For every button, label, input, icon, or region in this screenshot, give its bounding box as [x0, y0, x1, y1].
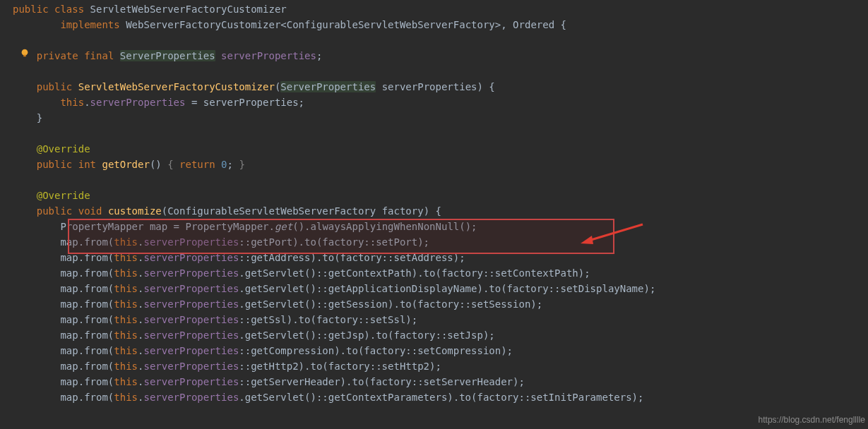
field-ref: serverProperties — [143, 298, 239, 310]
brace: { — [436, 205, 441, 217]
keyword-private: private — [37, 50, 78, 61]
ordered-type: Ordered — [513, 19, 554, 30]
type-serverproperties: ServerProperties — [120, 50, 215, 61]
keyword-this: this — [114, 392, 138, 403]
rparen: ) — [477, 81, 482, 92]
parens: () — [459, 221, 471, 232]
semi: ; — [299, 97, 304, 108]
svg-point-0 — [22, 49, 28, 56]
field-ref: serverProperties — [143, 392, 239, 403]
to-call: ).to(factory::setServerHeader); — [340, 376, 525, 387]
annotation-override: @Override — [37, 143, 90, 155]
keyword-public: public — [13, 4, 49, 15]
param-type: ConfigurableServletWebServerFactory — [167, 205, 376, 217]
to-call: ).to(factory::setInitParameters); — [447, 392, 643, 403]
type-propertymapper: PropertyMapper — [60, 221, 143, 232]
field-ref: serverProperties — [143, 376, 239, 387]
parens: () — [292, 221, 304, 232]
semi: ; — [471, 221, 477, 232]
method-customize: customize — [108, 205, 162, 217]
to-call: ).to(factory::setHttp2); — [299, 361, 441, 372]
keyword-class: class — [54, 4, 84, 15]
field-serverproperties: serverProperties — [221, 50, 316, 61]
code-editor[interactable]: public class ServletWebServerFactoryCust… — [0, 0, 868, 405]
method-call: .getServlet()::getContextPath — [239, 267, 411, 279]
method-getorder: getOrder — [102, 159, 149, 170]
interface-name: WebServerFactoryCustomizer — [126, 19, 280, 30]
annotation-override: @Override — [37, 190, 90, 201]
to-call: ).to(factory::setSsl); — [287, 314, 417, 325]
keyword-this: this — [114, 298, 138, 310]
method-ref: ::getCompression — [239, 345, 334, 356]
keyword-this: this — [114, 267, 138, 279]
param-name: serverProperties — [382, 81, 477, 92]
lt: < — [280, 19, 286, 30]
generic-type: ConfigurableServletWebServerFactory — [287, 19, 495, 30]
number-zero: 0 — [221, 159, 227, 170]
eq: = — [167, 221, 185, 232]
brace: } — [37, 112, 42, 123]
to-call: ).to(factory::setSession); — [388, 298, 542, 310]
semi: ; — [227, 159, 233, 170]
comma: , — [501, 19, 506, 30]
field-ref: serverProperties — [90, 97, 186, 108]
watermark: https://blog.csdn.net/fenglllle — [759, 412, 865, 428]
to-call: ).to(factory::setJsp); — [364, 330, 494, 341]
field-ref: serverProperties — [143, 283, 239, 294]
to-call: ).to(factory::setDisplayName); — [477, 283, 655, 294]
dot: . — [304, 221, 310, 232]
param-name: factory — [382, 205, 424, 217]
method-always: alwaysApplyingWhenNonNull — [311, 221, 460, 232]
keyword-this: this — [114, 283, 138, 294]
keyword-return: return — [179, 159, 215, 170]
method-ref: ::getServerHeader — [239, 376, 340, 387]
method-ref: ::getAddress — [239, 252, 310, 263]
keyword-this: this — [114, 376, 138, 387]
to-call: ).to(factory::setContextPath); — [412, 267, 590, 279]
return-type-int: int — [78, 159, 96, 170]
keyword-this: this — [60, 97, 84, 108]
intention-bulb-icon[interactable] — [20, 48, 30, 58]
method-ref: ::getSsl — [239, 314, 286, 325]
field-ref: serverProperties — [143, 330, 239, 341]
rparen: ) — [424, 205, 429, 217]
keyword-this: this — [114, 330, 138, 341]
method-ref: ::getHttp2 — [239, 361, 298, 372]
lparen: ( — [162, 205, 167, 217]
method-call: .getServlet()::getJsp — [239, 330, 364, 341]
brace: { — [489, 81, 494, 92]
method-get: get — [275, 221, 292, 232]
keyword-this: this — [114, 361, 138, 372]
field-ref: serverProperties — [143, 314, 239, 325]
keyword-public: public — [37, 159, 73, 170]
field-ref: serverProperties — [143, 345, 239, 356]
eq: = — [185, 97, 203, 108]
keyword-public: public — [37, 205, 73, 217]
svg-rect-1 — [23, 55, 26, 57]
method-call: .getServlet()::getContextParameters — [239, 392, 447, 403]
arg: serverProperties — [203, 97, 299, 108]
constructor-name: ServletWebServerFactoryCustomizer — [78, 81, 275, 92]
keyword-implements: implements — [60, 19, 119, 30]
semi: ; — [316, 50, 322, 61]
brace: { — [167, 159, 173, 170]
cls: PropertyMapper — [185, 221, 268, 232]
var-map: map — [150, 221, 167, 232]
field-ref: serverProperties — [143, 361, 239, 372]
keyword-this: this — [114, 345, 138, 356]
parens: () — [150, 159, 162, 170]
dot: . — [269, 221, 275, 232]
keyword-this: this — [114, 236, 138, 248]
method-ref: ::getPort — [239, 236, 292, 248]
gt: > — [495, 19, 501, 30]
keyword-public: public — [37, 81, 73, 92]
method-call: .getServlet()::getApplicationDisplayName — [239, 283, 477, 294]
brace: { — [561, 19, 566, 30]
to-call: ).to(factory::setAddress); — [310, 252, 465, 263]
to-call: ).to(factory::setCompression); — [334, 345, 513, 356]
keyword-this: this — [114, 252, 138, 263]
param-type: ServerProperties — [280, 81, 376, 92]
to-call: ).to(factory::setPort); — [292, 236, 429, 248]
brace: } — [239, 159, 244, 170]
return-type-void: void — [78, 205, 102, 217]
